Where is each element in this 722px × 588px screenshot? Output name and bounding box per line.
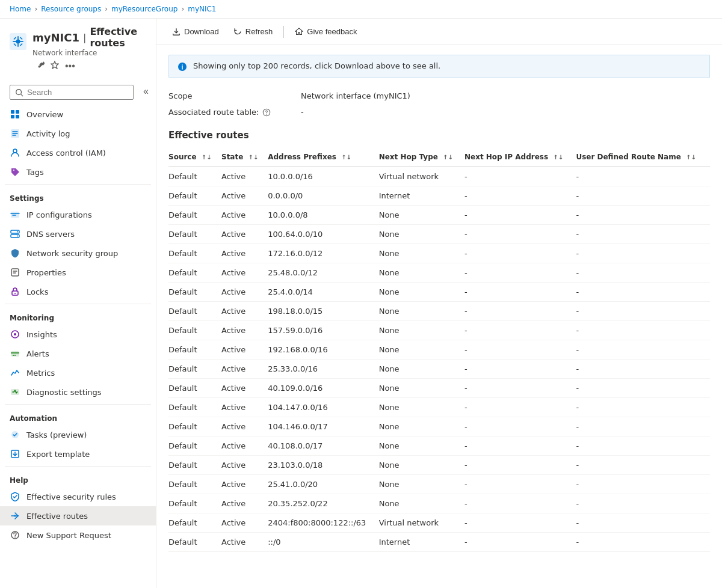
cell-state: Active bbox=[221, 167, 268, 186]
cell-nextHopType: None bbox=[379, 475, 464, 494]
cell-addressPrefixes: 40.109.0.0/16 bbox=[268, 379, 378, 398]
collapse-sidebar-button[interactable]: « bbox=[141, 84, 151, 99]
sidebar-label-insights: Insights bbox=[26, 330, 57, 339]
table-row: DefaultActive172.16.0.0/12None-- bbox=[168, 244, 710, 263]
more-button[interactable]: ••• bbox=[64, 60, 76, 73]
breadcrumb-mynic1[interactable]: myNIC1 bbox=[188, 5, 216, 13]
cell-addressPrefixes: 10.0.0.0/16 bbox=[268, 167, 378, 186]
sidebar-item-new-support-request[interactable]: New Support Request bbox=[0, 525, 156, 545]
sidebar-item-export-template[interactable]: Export template bbox=[0, 444, 156, 464]
cell-nextHopIP: - bbox=[464, 456, 576, 475]
table-row: DefaultActive198.18.0.0/15None-- bbox=[168, 302, 710, 321]
svg-point-3 bbox=[16, 89, 22, 94]
sidebar-item-effective-security-rules[interactable]: Effective security rules bbox=[0, 487, 156, 506]
feedback-button[interactable]: Give feedback bbox=[289, 23, 363, 40]
sidebar-nav: Overview Activity log Access control (IA… bbox=[0, 105, 156, 588]
search-input[interactable] bbox=[27, 88, 128, 97]
svg-point-1 bbox=[16, 40, 20, 44]
cell-userDefinedName: - bbox=[576, 263, 710, 283]
cell-nextHopType: None bbox=[379, 436, 464, 456]
sidebar-item-activity-log[interactable]: Activity log bbox=[0, 124, 156, 143]
sidebar-item-ip-configurations[interactable]: IP configurations bbox=[0, 205, 156, 224]
help-circle-icon bbox=[262, 108, 271, 117]
cell-nextHopType: Virtual network bbox=[379, 167, 464, 186]
cell-nextHopType: Virtual network bbox=[379, 513, 464, 533]
sidebar-item-access-control[interactable]: Access control (IAM) bbox=[0, 143, 156, 162]
info-banner: Showing only top 200 records, click Down… bbox=[168, 55, 710, 78]
effective-routes-icon bbox=[10, 510, 20, 521]
sidebar-item-tags[interactable]: Tags bbox=[0, 162, 156, 182]
table-row: DefaultActive157.59.0.0/16None-- bbox=[168, 321, 710, 340]
sidebar-label-diagnostic-settings: Diagnostic settings bbox=[26, 388, 102, 397]
sidebar-item-dns-servers[interactable]: DNS servers bbox=[0, 224, 156, 243]
pin-button[interactable] bbox=[35, 60, 46, 73]
cell-nextHopType: None bbox=[379, 206, 464, 225]
cell-source: Default bbox=[168, 244, 221, 263]
cell-state: Active bbox=[221, 533, 268, 552]
cell-source: Default bbox=[168, 263, 221, 283]
refresh-button[interactable]: Refresh bbox=[227, 23, 279, 40]
sort-source[interactable]: ↑↓ bbox=[202, 155, 212, 161]
resource-subtitle: Network interface bbox=[32, 49, 146, 57]
content-area: Showing only top 200 records, click Down… bbox=[156, 45, 722, 588]
feedback-icon bbox=[295, 28, 303, 36]
toolbar-separator bbox=[283, 26, 284, 38]
sidebar-item-effective-routes[interactable]: Effective routes bbox=[0, 506, 156, 525]
breadcrumb-my-resource-group[interactable]: myResourceGroup bbox=[111, 5, 177, 13]
toolbar: Download Refresh Give feedback bbox=[156, 19, 722, 45]
breadcrumb-home[interactable]: Home bbox=[10, 5, 31, 13]
cell-userDefinedName: - bbox=[576, 475, 710, 494]
cell-userDefinedName: - bbox=[576, 225, 710, 244]
cell-nextHopType: None bbox=[379, 494, 464, 513]
cell-nextHopIP: - bbox=[464, 417, 576, 436]
sidebar-item-overview[interactable]: Overview bbox=[0, 105, 156, 124]
sidebar-item-diagnostic-settings[interactable]: Diagnostic settings bbox=[0, 382, 156, 402]
sidebar-item-tasks[interactable]: Tasks (preview) bbox=[0, 425, 156, 444]
support-icon bbox=[10, 530, 20, 541]
sort-user-defined[interactable]: ↑↓ bbox=[686, 155, 696, 161]
sidebar-label-access-control: Access control (IAM) bbox=[26, 149, 106, 158]
sidebar-item-locks[interactable]: Locks bbox=[0, 282, 156, 301]
sort-hop-type[interactable]: ↑↓ bbox=[443, 155, 453, 161]
svg-point-15 bbox=[17, 236, 18, 237]
automation-section-label: Automation bbox=[0, 407, 156, 425]
sort-state[interactable]: ↑↓ bbox=[248, 155, 259, 161]
svg-rect-8 bbox=[16, 115, 19, 118]
sidebar-item-nsg[interactable]: Network security group bbox=[0, 243, 156, 263]
cell-nextHopIP: - bbox=[464, 186, 576, 206]
cell-addressPrefixes: 192.168.0.0/16 bbox=[268, 340, 378, 360]
page-title: Effective routes bbox=[90, 26, 146, 49]
svg-point-23 bbox=[14, 355, 16, 356]
cell-userDefinedName: - bbox=[576, 206, 710, 225]
sidebar-item-insights[interactable]: Insights bbox=[0, 325, 156, 344]
svg-rect-6 bbox=[16, 110, 19, 114]
sort-address[interactable]: ↑↓ bbox=[341, 155, 351, 161]
cell-nextHopIP: - bbox=[464, 167, 576, 186]
sort-hop-ip[interactable]: ↑↓ bbox=[553, 155, 563, 161]
svg-point-31 bbox=[182, 65, 183, 66]
cell-state: Active bbox=[221, 475, 268, 494]
cell-state: Active bbox=[221, 244, 268, 263]
cell-source: Default bbox=[168, 283, 221, 302]
sidebar-label-properties: Properties bbox=[26, 268, 66, 277]
sidebar-label-tasks: Tasks (preview) bbox=[26, 430, 87, 439]
favorite-button[interactable] bbox=[49, 60, 60, 73]
download-button[interactable]: Download bbox=[166, 23, 225, 40]
access-control-icon bbox=[10, 147, 20, 158]
help-divider bbox=[5, 466, 151, 467]
table-row: DefaultActive::/0Internet-- bbox=[168, 533, 710, 552]
cell-userDefinedName: - bbox=[576, 456, 710, 475]
ip-config-icon bbox=[10, 209, 20, 220]
svg-point-27 bbox=[14, 515, 16, 517]
sidebar-item-properties[interactable]: Properties bbox=[0, 263, 156, 282]
svg-point-29 bbox=[14, 537, 16, 538]
cell-nextHopIP: - bbox=[464, 379, 576, 398]
resource-name-container: myNIC1 | Effective routes Network interf… bbox=[32, 26, 146, 57]
sidebar-item-alerts[interactable]: Alerts bbox=[0, 344, 156, 363]
breadcrumb-resource-groups[interactable]: Resource groups bbox=[41, 5, 101, 13]
cell-state: Active bbox=[221, 321, 268, 340]
cell-addressPrefixes: 104.146.0.0/17 bbox=[268, 417, 378, 436]
cell-source: Default bbox=[168, 186, 221, 206]
sidebar-item-metrics[interactable]: Metrics bbox=[0, 363, 156, 382]
cell-userDefinedName: - bbox=[576, 379, 710, 398]
